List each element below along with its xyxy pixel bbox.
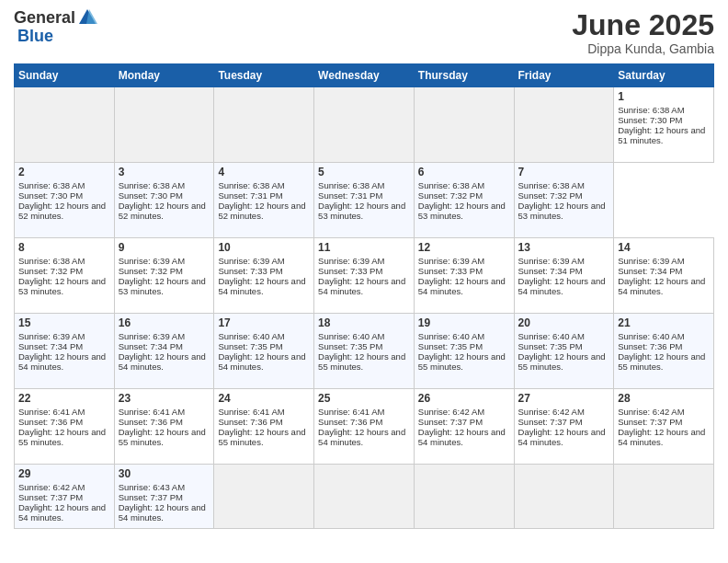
sunset-label: Sunset: 7:34 PM xyxy=(18,341,83,351)
sunrise-label: Sunrise: 6:38 AM xyxy=(518,180,585,190)
calendar-cell: 15 Sunrise: 6:39 AM Sunset: 7:34 PM Dayl… xyxy=(15,314,115,389)
sunrise-label: Sunrise: 6:42 AM xyxy=(418,407,484,417)
calendar-cell: 24 Sunrise: 6:41 AM Sunset: 7:36 PM Dayl… xyxy=(214,389,314,465)
calendar-cell xyxy=(414,465,514,529)
sunset-label: Sunset: 7:37 PM xyxy=(418,417,483,427)
sunset-label: Sunset: 7:36 PM xyxy=(318,417,382,427)
sunset-label: Sunset: 7:31 PM xyxy=(218,190,282,201)
sunset-label: Sunset: 7:32 PM xyxy=(518,190,583,201)
sunrise-label: Sunrise: 6:41 AM xyxy=(119,407,185,417)
calendar-cell: 7 Sunrise: 6:38 AM Sunset: 7:32 PM Dayli… xyxy=(514,163,614,238)
day-number: 20 xyxy=(518,316,610,329)
day-number: 26 xyxy=(418,392,510,405)
daylight-label: Daylight: 12 hours and 54 minutes. xyxy=(119,502,206,523)
day-number: 30 xyxy=(119,467,210,480)
daylight-label: Daylight: 12 hours and 53 minutes. xyxy=(18,276,106,296)
logo-icon xyxy=(77,7,97,28)
day-number: 9 xyxy=(119,241,210,254)
daylight-label: Daylight: 12 hours and 54 minutes. xyxy=(18,502,106,523)
day-number: 27 xyxy=(518,392,610,405)
title-block: June 2025 Dippa Kunda, Gambia xyxy=(572,9,714,56)
day-number: 11 xyxy=(318,241,410,254)
month-title: June 2025 xyxy=(572,9,714,41)
daylight-label: Daylight: 12 hours and 54 minutes. xyxy=(18,351,106,372)
sunrise-label: Sunrise: 6:39 AM xyxy=(318,256,384,266)
day-number: 25 xyxy=(318,392,410,405)
calendar-cell: 18 Sunrise: 6:40 AM Sunset: 7:35 PM Dayl… xyxy=(314,314,415,389)
calendar-cell: 3 Sunrise: 6:38 AM Sunset: 7:30 PM Dayli… xyxy=(114,163,214,238)
sunrise-label: Sunrise: 6:40 AM xyxy=(218,331,284,341)
calendar-cell xyxy=(414,87,514,163)
calendar-cell: 16 Sunrise: 6:39 AM Sunset: 7:34 PM Dayl… xyxy=(114,314,214,389)
sunrise-label: Sunrise: 6:39 AM xyxy=(119,331,185,341)
sunset-label: Sunset: 7:31 PM xyxy=(318,190,382,201)
calendar-cell: 27 Sunrise: 6:42 AM Sunset: 7:37 PM Dayl… xyxy=(514,389,614,465)
day-number: 18 xyxy=(318,316,410,329)
daylight-label: Daylight: 12 hours and 55 minutes. xyxy=(518,351,606,372)
location-title: Dippa Kunda, Gambia xyxy=(572,41,714,56)
sunrise-label: Sunrise: 6:41 AM xyxy=(18,407,85,417)
daylight-label: Daylight: 12 hours and 55 minutes. xyxy=(18,427,106,447)
sunrise-label: Sunrise: 6:38 AM xyxy=(418,180,484,190)
calendar-cell: 4 Sunrise: 6:38 AM Sunset: 7:31 PM Dayli… xyxy=(214,163,314,238)
calendar-week-row: 2 Sunrise: 6:38 AM Sunset: 7:30 PM Dayli… xyxy=(15,163,714,238)
sunset-label: Sunset: 7:32 PM xyxy=(418,190,483,201)
calendar-cell: 25 Sunrise: 6:41 AM Sunset: 7:36 PM Dayl… xyxy=(314,389,415,465)
calendar-cell: 10 Sunrise: 6:39 AM Sunset: 7:33 PM Dayl… xyxy=(214,238,314,314)
sunset-label: Sunset: 7:32 PM xyxy=(119,266,183,276)
calendar-cell xyxy=(614,465,714,529)
sunset-label: Sunset: 7:34 PM xyxy=(119,341,183,351)
sunset-label: Sunset: 7:33 PM xyxy=(418,266,483,276)
daylight-label: Daylight: 12 hours and 51 minutes. xyxy=(618,125,705,145)
day-number: 10 xyxy=(218,241,310,254)
day-number: 16 xyxy=(119,316,210,329)
calendar-header-cell: Monday xyxy=(114,64,214,87)
day-number: 3 xyxy=(119,166,210,178)
calendar-cell xyxy=(514,465,614,529)
calendar-cell: 12 Sunrise: 6:39 AM Sunset: 7:33 PM Dayl… xyxy=(414,238,514,314)
daylight-label: Daylight: 12 hours and 53 minutes. xyxy=(318,201,405,221)
sunrise-label: Sunrise: 6:38 AM xyxy=(18,256,85,266)
sunrise-label: Sunrise: 6:41 AM xyxy=(318,407,384,417)
daylight-label: Daylight: 12 hours and 53 minutes. xyxy=(119,276,206,296)
daylight-label: Daylight: 12 hours and 53 minutes. xyxy=(518,201,606,221)
sunset-label: Sunset: 7:34 PM xyxy=(518,266,583,276)
calendar-table: SundayMondayTuesdayWednesdayThursdayFrid… xyxy=(14,63,714,529)
day-number: 13 xyxy=(518,241,610,254)
sunrise-label: Sunrise: 6:39 AM xyxy=(218,256,284,266)
sunset-label: Sunset: 7:34 PM xyxy=(618,266,682,276)
calendar-header-cell: Sunday xyxy=(15,64,115,87)
calendar-cell xyxy=(114,87,214,163)
sunrise-label: Sunrise: 6:42 AM xyxy=(18,482,85,492)
header: General Blue June 2025 Dippa Kunda, Gamb… xyxy=(14,9,714,56)
calendar-week-row: 8 Sunrise: 6:38 AM Sunset: 7:32 PM Dayli… xyxy=(15,238,714,314)
sunset-label: Sunset: 7:33 PM xyxy=(318,266,382,276)
sunset-label: Sunset: 7:30 PM xyxy=(119,190,183,201)
sunset-label: Sunset: 7:35 PM xyxy=(418,341,483,351)
day-number: 5 xyxy=(318,166,410,178)
sunrise-label: Sunrise: 6:38 AM xyxy=(318,180,384,190)
calendar-week-row: 22 Sunrise: 6:41 AM Sunset: 7:36 PM Dayl… xyxy=(15,389,714,465)
calendar-cell: 23 Sunrise: 6:41 AM Sunset: 7:36 PM Dayl… xyxy=(114,389,214,465)
calendar-cell xyxy=(214,87,314,163)
day-number: 6 xyxy=(418,166,510,178)
calendar-cell: 8 Sunrise: 6:38 AM Sunset: 7:32 PM Dayli… xyxy=(15,238,115,314)
calendar-cell: 20 Sunrise: 6:40 AM Sunset: 7:35 PM Dayl… xyxy=(514,314,614,389)
calendar-cell: 13 Sunrise: 6:39 AM Sunset: 7:34 PM Dayl… xyxy=(514,238,614,314)
day-number: 8 xyxy=(18,241,110,254)
sunset-label: Sunset: 7:35 PM xyxy=(318,341,382,351)
sunrise-label: Sunrise: 6:42 AM xyxy=(518,407,585,417)
day-number: 22 xyxy=(18,392,110,405)
sunrise-label: Sunrise: 6:40 AM xyxy=(318,331,384,341)
daylight-label: Daylight: 12 hours and 54 minutes. xyxy=(518,276,606,296)
day-number: 21 xyxy=(618,316,710,329)
page: General Blue June 2025 Dippa Kunda, Gamb… xyxy=(0,0,728,563)
calendar-cell: 5 Sunrise: 6:38 AM Sunset: 7:31 PM Dayli… xyxy=(314,163,415,238)
calendar-cell xyxy=(514,87,614,163)
sunrise-label: Sunrise: 6:38 AM xyxy=(119,180,185,190)
day-number: 14 xyxy=(618,241,710,254)
day-number: 1 xyxy=(618,90,710,103)
day-number: 29 xyxy=(18,467,110,480)
daylight-label: Daylight: 12 hours and 55 minutes. xyxy=(418,351,506,372)
calendar-body: 1 Sunrise: 6:38 AM Sunset: 7:30 PM Dayli… xyxy=(15,87,714,529)
